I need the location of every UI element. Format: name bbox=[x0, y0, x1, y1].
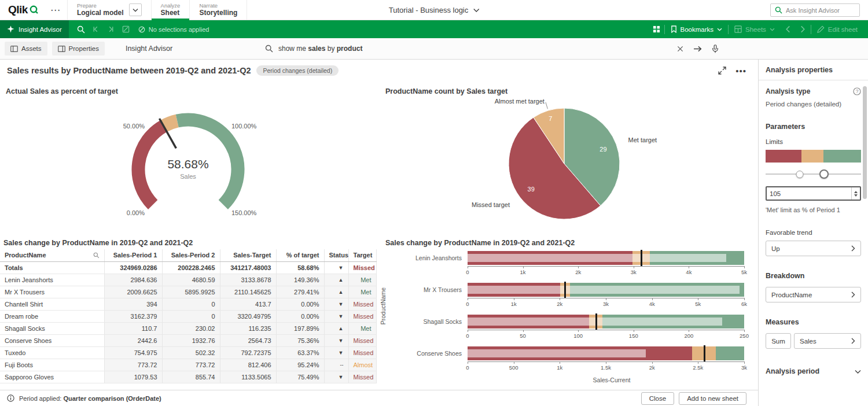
panel-scrollbar[interactable] bbox=[863, 83, 867, 403]
next-sheet-button[interactable] bbox=[796, 20, 811, 38]
app-grid-button[interactable] bbox=[649, 20, 664, 38]
table-cell-name[interactable]: Shagall Socks bbox=[0, 322, 104, 334]
table-header-4[interactable]: % of target bbox=[276, 249, 324, 261]
prepare-dropdown-button[interactable] bbox=[129, 3, 142, 16]
bullet-measure-bar bbox=[468, 286, 740, 294]
clear-query-button[interactable] bbox=[677, 46, 683, 52]
breakdown-heading: Breakdown bbox=[766, 272, 861, 280]
table-cell-name[interactable]: Conserve Shoes bbox=[0, 334, 104, 346]
voice-query-button[interactable] bbox=[712, 45, 719, 53]
table-cell-num: 110.7 bbox=[104, 322, 162, 334]
bullet-axis-tick-label: 3k bbox=[741, 364, 747, 371]
assets-button[interactable]: Assets bbox=[5, 42, 47, 56]
step-back-button[interactable] bbox=[89, 20, 104, 38]
met-limit-value-field[interactable] bbox=[767, 187, 851, 200]
stepper-up-icon[interactable] bbox=[854, 191, 858, 193]
table-cell-num: 3133.8678 bbox=[220, 274, 276, 286]
table-header-2[interactable]: Sales-Period 2 bbox=[162, 249, 220, 261]
tab-analyze[interactable]: Analyze Sheet bbox=[151, 0, 190, 20]
edit-sheet-button[interactable]: Edit sheet bbox=[811, 20, 863, 38]
analysis-type-value: Period changes (detailed) bbox=[766, 101, 861, 108]
bullet-axis-tick bbox=[744, 330, 745, 332]
insight-advisor-bar: Assets Properties Insight Advisor show m… bbox=[0, 38, 868, 60]
submit-query-button[interactable] bbox=[693, 46, 702, 52]
table-cell-num: 855.74 bbox=[162, 371, 220, 383]
query-input[interactable]: show me sales by product bbox=[278, 45, 362, 53]
bullet-axis-tick-label: 50 bbox=[520, 333, 526, 339]
analysis-period-expand-button[interactable] bbox=[855, 370, 861, 374]
bullet-chart[interactable]: ProductName Lenin Jeanshorts01k2k3k4k5kM… bbox=[376, 249, 758, 383]
bullet-axis-tick bbox=[514, 361, 514, 364]
table-cell-name[interactable]: Totals bbox=[0, 261, 104, 274]
table-cell-num: 773.72 bbox=[162, 359, 220, 371]
sales-table: ProductNameSales-Period 1Sales-Period 2S… bbox=[0, 249, 377, 383]
global-menu-button[interactable]: ⋯ bbox=[43, 0, 67, 20]
bookmarks-button[interactable]: Bookmarks bbox=[665, 20, 729, 38]
table-cell-num: 63.37% bbox=[276, 346, 324, 359]
tab-prepare[interactable]: Prepare Logical model bbox=[67, 0, 151, 20]
bullet-row: Mr X Trousers01k2k3k4k5k6k bbox=[382, 281, 758, 313]
breakdown-select[interactable]: ProductName bbox=[766, 287, 861, 302]
assets-panel-icon bbox=[10, 46, 18, 52]
bullet-axis-tick bbox=[744, 361, 745, 364]
close-button[interactable]: Close bbox=[641, 392, 674, 405]
bullet-axis-tick bbox=[689, 330, 689, 332]
table-cell-num: 5895.9925 bbox=[162, 286, 220, 298]
ask-insight-advisor-input[interactable] bbox=[786, 7, 855, 14]
gauge-chart-title: Actual Sales as percent of target bbox=[0, 82, 376, 95]
app-title-dropdown[interactable]: Tutorial - Business logic bbox=[389, 0, 480, 20]
bullet-axis-tick-label: 200 bbox=[684, 333, 693, 339]
panel-scrollbar-thumb[interactable] bbox=[863, 86, 867, 199]
bullet-axis-tick bbox=[578, 330, 579, 332]
gauge-chart[interactable]: 0.00%50.00%100.00%150.00%58.68%Sales bbox=[0, 95, 376, 233]
table-cell-name[interactable]: Tuxedo bbox=[0, 346, 104, 359]
limits-range-0 bbox=[766, 150, 801, 163]
sheets-button[interactable]: Sheets bbox=[729, 20, 781, 38]
table-header-0[interactable]: ProductName bbox=[0, 249, 104, 261]
table-cell-name[interactable]: Chantell Shirt bbox=[0, 298, 104, 310]
table-header-5[interactable]: Status bbox=[324, 249, 348, 261]
step-forward-button[interactable] bbox=[104, 20, 119, 38]
table-cell-num: 197.89% bbox=[276, 322, 324, 334]
favorable-trend-select[interactable]: Up bbox=[766, 241, 861, 256]
limits-slider[interactable] bbox=[766, 169, 861, 179]
stepper-down-icon[interactable] bbox=[854, 194, 858, 197]
bullet-axis-tick bbox=[606, 361, 606, 364]
qlik-logo: Qlik bbox=[0, 0, 43, 20]
bullet-plot[interactable]: 05001k1.5k2k2.5k3k bbox=[468, 345, 744, 377]
expand-button[interactable] bbox=[718, 67, 726, 75]
slider-track bbox=[766, 174, 861, 175]
table-header-6[interactable]: Target bbox=[348, 249, 376, 261]
table-cell-name[interactable]: Dream robe bbox=[0, 310, 104, 322]
insight-advisor-button[interactable]: Insight Advisor bbox=[0, 20, 69, 38]
pie-chart[interactable]: 29Met target39Missed target7Almost met t… bbox=[376, 95, 758, 233]
table-header-3[interactable]: Sales-Target bbox=[220, 249, 276, 261]
table-cell-name[interactable]: Fuji Boots bbox=[0, 359, 104, 371]
table-cell-name[interactable]: Mr X Trousers bbox=[0, 286, 104, 298]
met-limit-input[interactable] bbox=[766, 186, 861, 201]
help-icon[interactable]: ? bbox=[853, 87, 861, 95]
selections-search-button[interactable] bbox=[73, 20, 89, 38]
measure-aggregation-chip[interactable]: Sum bbox=[766, 333, 791, 349]
properties-button[interactable]: Properties bbox=[52, 42, 105, 56]
column-search-icon[interactable] bbox=[93, 252, 100, 259]
slider-handle-2[interactable] bbox=[819, 169, 829, 179]
table-cell-name[interactable]: Sapporoo Gloves bbox=[0, 371, 104, 383]
table-header-1[interactable]: Sales-Period 1 bbox=[104, 249, 162, 261]
met-limit-stepper[interactable] bbox=[851, 187, 860, 200]
more-options-button[interactable]: ••• bbox=[735, 66, 746, 76]
table-cell-name[interactable]: Lenin Jeanshorts bbox=[0, 274, 104, 286]
measure-select[interactable]: Sales bbox=[794, 333, 861, 349]
bullet-plot[interactable]: 01k2k3k4k5k bbox=[468, 249, 744, 281]
previous-sheet-button[interactable] bbox=[781, 20, 796, 38]
tab-narrate[interactable]: Narrate Storytelling bbox=[189, 0, 247, 20]
clear-selections-button[interactable] bbox=[119, 20, 134, 38]
slider-handle-1[interactable] bbox=[796, 171, 804, 178]
add-to-new-sheet-button[interactable]: Add to new sheet bbox=[679, 392, 746, 405]
bullet-axis-tick-label: 0 bbox=[466, 333, 469, 339]
pie-value-label: 7 bbox=[549, 115, 552, 122]
ask-insight-advisor-search[interactable] bbox=[770, 3, 860, 17]
bullet-plot[interactable]: 050100150200250 bbox=[468, 313, 744, 345]
bullet-axis-tick-label: 4k bbox=[686, 269, 692, 275]
bullet-plot[interactable]: 01k2k3k4k5k6k bbox=[468, 281, 744, 313]
